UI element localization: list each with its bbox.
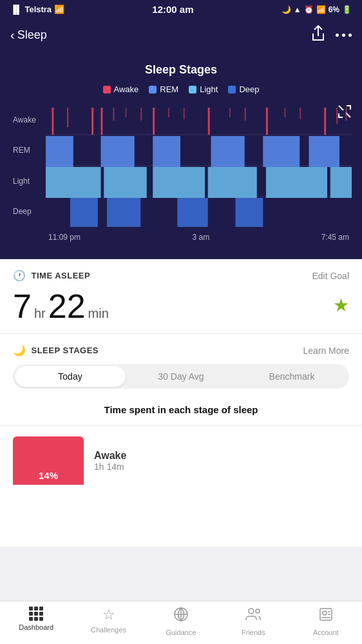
hours-unit: hr <box>34 306 46 321</box>
battery-label: 6% <box>329 5 339 14</box>
nav-item-friends[interactable]: Friends <box>227 607 279 636</box>
svg-rect-35 <box>324 108 326 135</box>
svg-rect-3 <box>70 198 98 227</box>
svg-rect-8 <box>104 167 147 198</box>
tabs-container: Today 30 Day Avg Benchmark <box>13 364 349 389</box>
nav-item-dashboard[interactable]: Dashboard <box>10 607 62 636</box>
account-icon <box>318 607 334 626</box>
svg-rect-22 <box>101 108 103 135</box>
x-label-start: 11:09 pm <box>48 233 81 242</box>
time-asleep-label: TIME ASLEEP <box>32 271 91 280</box>
guidance-icon <box>173 607 189 626</box>
challenges-icon: ☆ <box>102 607 115 623</box>
dot-2 <box>342 34 345 37</box>
svg-rect-9 <box>153 167 205 198</box>
tab-benchmark[interactable]: Benchmark <box>236 366 347 387</box>
clock-icon: 🕐 <box>13 269 26 282</box>
svg-point-41 <box>249 609 254 614</box>
bluetooth-icon: 📶 <box>316 5 326 14</box>
hours-value: 7 <box>13 289 32 323</box>
svg-rect-32 <box>266 108 268 135</box>
tab-30day[interactable]: 30 Day Avg <box>126 366 236 387</box>
svg-rect-20 <box>67 108 68 127</box>
goal-met-star: ★ <box>333 295 349 316</box>
nav-item-account[interactable]: Account <box>300 607 352 636</box>
nav-bar: ‹ Sleep <box>0 19 362 53</box>
share-button[interactable] <box>311 25 325 45</box>
svg-rect-33 <box>285 108 286 117</box>
svg-rect-17 <box>263 136 300 167</box>
legend-rem-label: REM <box>160 84 178 94</box>
svg-rect-15 <box>153 136 180 167</box>
sleep-stages-section: 🌙 SLEEP STAGES Learn More Today 30 Day A… <box>0 334 362 426</box>
nav-item-challenges[interactable]: ☆ Challenges <box>83 607 135 636</box>
svg-rect-4 <box>107 198 140 227</box>
edit-goal-button[interactable]: Edit Goal <box>312 271 349 281</box>
svg-point-44 <box>323 611 327 615</box>
legend-awake: Awake <box>103 84 139 94</box>
chart-legend: Awake REM Light Deep <box>10 84 352 94</box>
svg-rect-27 <box>168 108 169 117</box>
svg-rect-21 <box>91 108 93 135</box>
svg-rect-25 <box>140 108 142 121</box>
svg-rect-10 <box>208 167 257 198</box>
bottom-nav: Dashboard ☆ Challenges Guidance Friends <box>0 601 362 644</box>
svg-rect-24 <box>126 108 127 117</box>
light-color <box>189 86 196 93</box>
svg-rect-19 <box>52 108 54 135</box>
svg-rect-23 <box>113 108 115 121</box>
sleep-stages-label: SLEEP STAGES <box>32 346 99 355</box>
awake-bar-fill: 14% <box>13 436 84 485</box>
svg-rect-14 <box>101 136 135 167</box>
y-label-rem: REM <box>10 146 46 155</box>
dashboard-label: Dashboard <box>19 623 53 631</box>
awake-stage-info: Awake 1h 14m <box>94 450 126 472</box>
legend-deep: Deep <box>228 84 259 94</box>
svg-rect-6 <box>236 198 263 227</box>
awake-color <box>103 86 111 93</box>
stages-subtitle: Time spent in each stage of sleep <box>13 396 349 425</box>
learn-more-button[interactable]: Learn More <box>303 346 349 356</box>
back-button[interactable]: ‹ Sleep <box>10 28 47 43</box>
legend-light-label: Light <box>200 84 218 94</box>
svg-rect-26 <box>153 108 155 135</box>
chart-title: Sleep Stages <box>10 63 352 77</box>
rem-color <box>149 86 157 93</box>
signal-icon: ▐▌ <box>10 5 22 14</box>
nav-item-guidance[interactable]: Guidance <box>155 607 207 636</box>
svg-rect-30 <box>229 108 231 117</box>
x-axis-labels: 11:09 pm 3 am 7:45 am <box>46 228 352 246</box>
legend-awake-label: Awake <box>114 84 139 94</box>
main-content: 🕐 TIME ASLEEP Edit Goal 7 hr 22 min ★ 🌙 … <box>0 259 362 547</box>
y-label-awake: Awake <box>10 115 46 124</box>
moon-stage-icon: 🌙 <box>13 344 26 356</box>
sleep-stages-title: 🌙 SLEEP STAGES <box>13 344 99 356</box>
status-right: 🌙 ▲ ⏰ 📶 6% 🔋 <box>281 5 352 14</box>
awake-bar-container: 14% <box>13 436 84 485</box>
legend-deep-label: Deep <box>239 84 259 94</box>
account-label: Account <box>313 629 339 636</box>
tab-today[interactable]: Today <box>15 366 126 387</box>
alarm-icon: ⏰ <box>304 5 314 14</box>
x-label-end: 7:45 am <box>321 233 349 242</box>
deep-color <box>228 86 236 93</box>
content-spacer <box>0 495 362 547</box>
dot-3 <box>348 34 352 37</box>
y-label-deep: Deep <box>10 207 46 216</box>
awake-percent: 14% <box>39 470 58 481</box>
chart-drawing-area <box>46 104 352 227</box>
sleep-stages-header: 🌙 SLEEP STAGES Learn More <box>13 344 349 356</box>
legend-light: Light <box>189 84 218 94</box>
back-chevron-icon: ‹ <box>10 28 15 43</box>
more-options-button[interactable] <box>336 34 352 37</box>
svg-rect-18 <box>309 136 340 167</box>
moon-icon: 🌙 <box>281 5 291 14</box>
dot-1 <box>336 34 339 37</box>
awake-stage-row: 14% Awake 1h 14m <box>0 426 362 495</box>
y-axis-labels: Awake REM Light Deep <box>10 104 46 227</box>
awake-stage-time: 1h 14m <box>94 462 126 472</box>
dashboard-icon <box>29 607 43 621</box>
svg-rect-34 <box>300 108 301 119</box>
svg-point-42 <box>256 609 260 613</box>
time-asleep-header: 🕐 TIME ASLEEP Edit Goal <box>13 269 349 282</box>
